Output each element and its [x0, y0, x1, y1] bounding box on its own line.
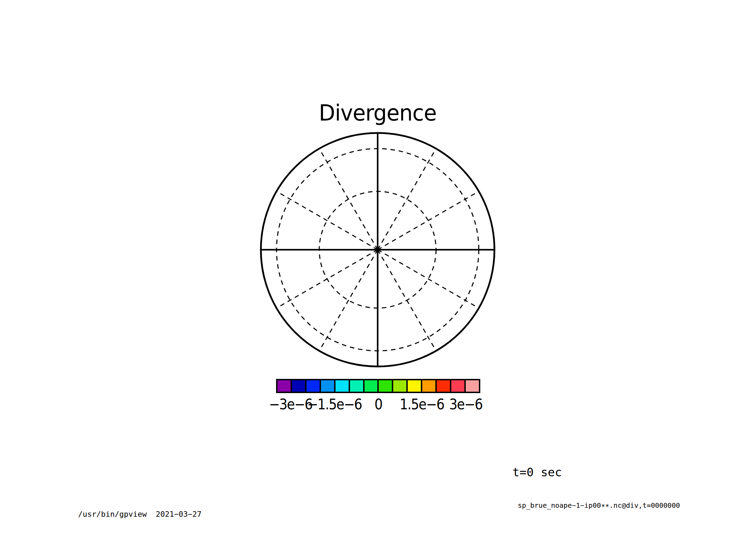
colorbar-cell — [421, 380, 435, 392]
meridian-line-dashed — [319, 149, 378, 250]
gpview-plot-page: Divergence −3e−6−1.5e−601.5e−63e−6 t=0 s… — [0, 0, 756, 534]
colorbar-tick-label: 3e−6 — [449, 396, 482, 413]
meridian-line-dashed — [378, 149, 436, 250]
meridian-line-dashed — [378, 191, 479, 250]
polar-map-plot — [0, 0, 756, 534]
colorbar-tick-label: 1.5e−6 — [400, 396, 444, 413]
meridian-line-dashed — [276, 191, 378, 250]
footer-datafile-label: sp_brue_noape−1−ip00∗∗.nc@div,t=0000000 — [518, 501, 680, 509]
colorbar-tick-label: −1.5e−6 — [307, 396, 362, 413]
colorbar-cell — [406, 380, 421, 392]
colorbar-cell — [464, 380, 479, 392]
colorbar-cell — [277, 380, 291, 392]
footer-command-line: /usr/bin/gpview2021−03−27 — [60, 501, 201, 527]
colorbar-cell — [291, 380, 305, 392]
plot-date: 2021−03−27 — [156, 510, 201, 518]
colorbar — [276, 379, 480, 393]
colorbar-cell — [450, 380, 464, 392]
colorbar-tick-label: 0 — [374, 396, 382, 413]
colorbar-cell — [334, 380, 349, 392]
time-label: t=0 sec — [512, 465, 562, 479]
gpview-command-path: /usr/bin/gpview — [78, 510, 147, 518]
colorbar-cell — [363, 380, 378, 392]
meridian-line-dashed — [319, 250, 378, 351]
colorbar-cell — [349, 380, 363, 392]
colorbar-cell — [320, 380, 334, 392]
meridian-line-dashed — [378, 250, 479, 308]
colorbar-tick-label: −3e−6 — [269, 396, 312, 413]
colorbar-cell — [305, 380, 320, 392]
colorbar-cell — [377, 380, 392, 392]
meridian-line-dashed — [378, 250, 436, 351]
colorbar-cell — [392, 380, 406, 392]
colorbar-cell — [435, 380, 450, 392]
meridian-line-dashed — [276, 250, 378, 308]
